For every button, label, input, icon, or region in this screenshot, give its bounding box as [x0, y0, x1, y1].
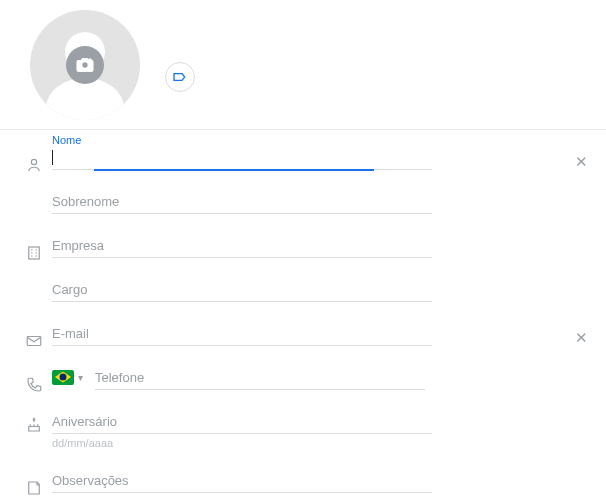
clear-email-button[interactable]: ✕: [568, 329, 594, 347]
text-caret: [52, 150, 53, 165]
svg-point-1: [82, 62, 87, 67]
clear-name-button[interactable]: ✕: [568, 153, 594, 171]
email-row: ✕: [16, 320, 594, 356]
notes-input[interactable]: [52, 467, 432, 493]
cake-icon: [16, 416, 52, 434]
svg-rect-6: [27, 337, 41, 346]
surname-input[interactable]: [52, 188, 432, 214]
phone-country-picker[interactable]: ▾: [52, 370, 83, 385]
surname-row: [16, 188, 594, 224]
person-icon: [16, 156, 52, 174]
avatar-picker[interactable]: [30, 10, 140, 120]
svg-rect-5: [29, 247, 40, 259]
contact-header: [0, 0, 606, 130]
birthday-row: dd/mm/aaaa: [16, 408, 594, 459]
email-input[interactable]: [52, 320, 432, 346]
chevron-down-icon: ▾: [78, 372, 83, 383]
name-row: Nome ✕: [16, 144, 594, 180]
phone-row: ▾: [16, 364, 594, 400]
birthday-hint: dd/mm/aaaa: [52, 437, 568, 449]
job-row: [16, 276, 594, 312]
notes-row: [16, 467, 594, 500]
camera-icon[interactable]: [66, 46, 104, 84]
mail-icon: [16, 332, 52, 350]
phone-icon: [16, 376, 52, 394]
note-icon: [16, 479, 52, 497]
contact-form: Nome ✕: [0, 130, 606, 500]
phone-input[interactable]: [95, 364, 425, 390]
brazil-flag-icon: [52, 370, 74, 385]
building-icon: [16, 244, 52, 262]
first-name-field-wrap: Nome: [52, 144, 564, 170]
focus-underline: [94, 169, 374, 171]
birthday-input[interactable]: [52, 408, 432, 434]
add-label-button[interactable]: [165, 62, 195, 92]
first-name-input[interactable]: [52, 144, 432, 170]
company-row: [16, 232, 594, 268]
svg-point-4: [31, 159, 36, 164]
company-input[interactable]: [52, 232, 432, 258]
first-name-label: Nome: [52, 134, 81, 146]
svg-rect-3: [88, 59, 91, 61]
job-input[interactable]: [52, 276, 432, 302]
